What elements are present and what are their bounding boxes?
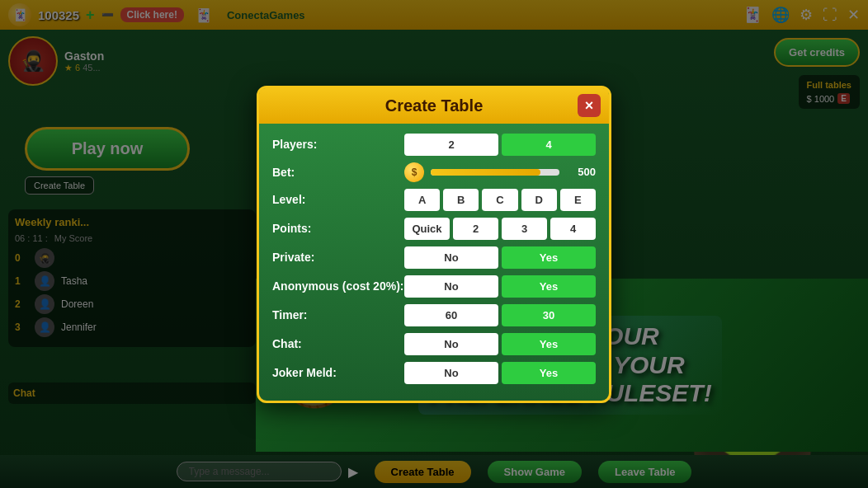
points-label: Points: [272,222,404,235]
points-opt-4[interactable]: 4 [550,218,596,240]
private-row: Private: No Yes [272,246,596,269]
chat-opt-yes[interactable]: Yes [502,333,596,355]
level-opt-b[interactable]: B [443,189,479,211]
timer-label: Timer: [272,308,404,321]
bet-row: Bet: $ 500 [272,162,596,182]
points-row: Points: Quick 2 3 4 [272,218,596,240]
modal-title: Create Table [385,96,484,115]
level-label: Level: [272,193,404,206]
players-row: Players: 2 4 [272,134,596,156]
points-opt-3[interactable]: 3 [502,218,547,240]
anonymous-opt-yes[interactable]: Yes [502,275,596,298]
modal-close-button[interactable]: × [578,94,601,117]
chat-opt-no[interactable]: No [404,333,498,355]
points-opt-2[interactable]: 2 [453,218,498,240]
timer-opt-30[interactable]: 30 [502,304,596,326]
modal-overlay[interactable]: Create Table × Players: 2 4 Bet: $ [0,0,868,488]
bet-slider-container: $ 500 [404,162,596,182]
anonymous-label: Anonymous (cost 20%): [272,279,404,293]
private-controls: No Yes [404,246,596,269]
joker-meld-row: Joker Meld: No Yes [272,362,596,384]
level-opt-a[interactable]: A [404,189,440,211]
players-opt-2[interactable]: 2 [404,134,498,156]
joker-meld-label: Joker Meld: [272,366,404,379]
level-opt-d[interactable]: D [521,189,557,211]
bet-label: Bet: [272,166,404,179]
joker-meld-opt-yes[interactable]: Yes [502,362,596,384]
anonymous-opt-no[interactable]: No [404,275,498,298]
timer-controls: 60 30 [404,304,596,326]
players-label: Players: [272,138,404,151]
chat-label: Chat: [272,337,404,350]
anonymous-controls: No Yes [404,275,596,298]
anonymous-row: Anonymous (cost 20%): No Yes [272,275,596,298]
timer-opt-60[interactable]: 60 [404,304,498,326]
chat-row: Chat: No Yes [272,333,596,355]
players-controls: 2 4 [404,134,596,156]
level-row: Level: A B C D E [272,189,596,211]
create-table-modal: Create Table × Players: 2 4 Bet: $ [257,86,611,403]
private-opt-no[interactable]: No [404,246,498,269]
modal-header: Create Table × [259,88,609,124]
players-opt-4[interactable]: 4 [502,134,596,156]
level-opt-e[interactable]: E [560,189,596,211]
points-controls: Quick 2 3 4 [404,218,596,240]
private-label: Private: [272,251,404,264]
chat-controls: No Yes [404,333,596,355]
modal-body: Players: 2 4 Bet: $ 500 [259,124,609,401]
bet-value: 500 [566,166,596,178]
timer-row: Timer: 60 30 [272,304,596,326]
level-controls: A B C D E [404,189,596,211]
points-opt-quick[interactable]: Quick [404,218,450,240]
level-opt-c[interactable]: C [482,189,517,211]
joker-meld-opt-no[interactable]: No [404,362,498,384]
private-opt-yes[interactable]: Yes [502,246,596,269]
joker-meld-controls: No Yes [404,362,596,384]
